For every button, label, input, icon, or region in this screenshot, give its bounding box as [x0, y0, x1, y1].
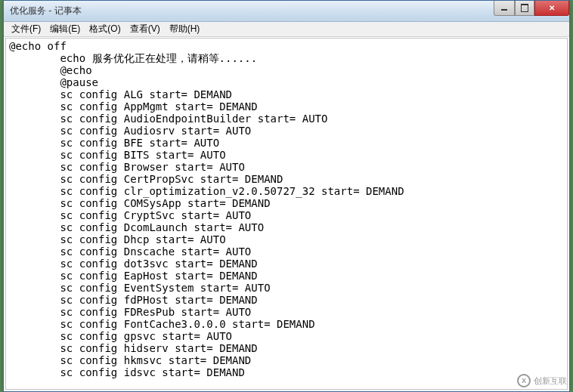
text-content[interactable]: @echo off echo 服务优化正在处理，请稍等...... @echo … [6, 39, 567, 389]
menubar: 文件(F) 编辑(E) 格式(O) 查看(V) 帮助(H) [4, 22, 569, 37]
content-area: @echo off echo 服务优化正在处理，请稍等...... @echo … [5, 38, 568, 390]
window-title: 优化服务 - 记事本 [10, 5, 82, 17]
maximize-button[interactable] [515, 1, 534, 16]
menu-edit[interactable]: 编辑(E) [45, 21, 85, 37]
menu-format[interactable]: 格式(O) [85, 21, 125, 37]
menu-view[interactable]: 查看(V) [125, 21, 165, 37]
minimize-button[interactable] [494, 1, 515, 16]
notepad-window: 优化服务 - 记事本 文件(F) 编辑(E) 格式(O) 查看(V) 帮助(H)… [3, 0, 570, 392]
titlebar[interactable]: 优化服务 - 记事本 [4, 1, 569, 22]
menu-file[interactable]: 文件(F) [7, 21, 45, 37]
close-button[interactable] [534, 1, 569, 16]
window-controls [494, 1, 569, 16]
menu-help[interactable]: 帮助(H) [165, 21, 205, 37]
